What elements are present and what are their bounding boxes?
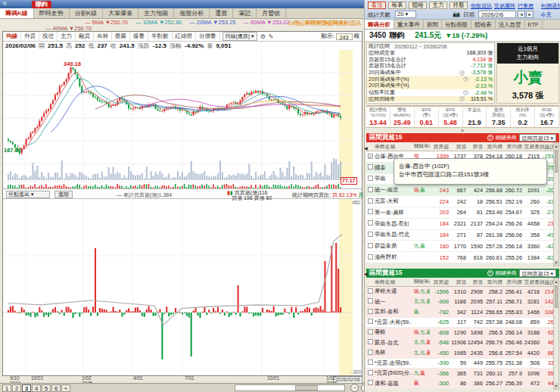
row-checkbox[interactable] xyxy=(368,380,373,385)
table-row[interactable]: 凱基-台北北,先,贏-5481190612454256.79256.462436… xyxy=(366,338,559,349)
table-row[interactable]: 第一金-員林20326461253.46254.67325-273 xyxy=(366,207,559,219)
advanced-button[interactable]: 進階 xyxy=(54,191,73,198)
page-button-6[interactable]: 6 xyxy=(51,384,61,392)
scroll-up-icon[interactable]: ▲ xyxy=(554,278,558,285)
page-button-2[interactable]: 2 xyxy=(12,384,21,392)
broker-net-chart[interactable]: 450 -300 xyxy=(3,199,362,375)
chart-tool-3[interactable]: 主力 xyxy=(58,32,76,41)
chart-tool-0[interactable]: 均線 xyxy=(3,32,21,41)
broker-mark-toggle[interactable]: ⊙標記券商買賣超與異動資訊 xyxy=(288,20,361,27)
table-row[interactable]: 群益金鼎先,贏18017701590257.26256.183360-427 xyxy=(366,241,559,252)
chart-tool-4[interactable]: 融資 xyxy=(76,32,94,41)
panel-tab-0[interactable]: 籌碼分析 xyxy=(365,20,394,29)
panel-button-2[interactable]: 體檢 xyxy=(409,2,427,9)
row-checkbox[interactable] xyxy=(368,339,373,344)
table-row[interactable]: 臺銀隔,先,贏-60812901898256.5256.143188923 xyxy=(366,328,559,338)
table-row[interactable]: *元富(5920)分..先,贏-366365731260.11257.91096… xyxy=(366,369,559,379)
row-checkbox[interactable] xyxy=(368,187,373,192)
row-checkbox[interactable] xyxy=(368,220,373,226)
panel-collapse-handle[interactable]: ◀ xyxy=(364,271,368,276)
chart-hscrollbar[interactable] xyxy=(235,384,345,391)
main-tab-8[interactable]: 月營收 xyxy=(257,8,286,18)
table-row[interactable]: 康和-嘉義贏-30086386256.27256.39472442 xyxy=(366,379,559,390)
chart-tool-10[interactable]: 分價量 xyxy=(196,32,220,41)
row-checkbox[interactable] xyxy=(368,309,373,314)
table-row[interactable]: 富邦-金和贏-7823421124256.65255.8314661084 xyxy=(366,307,559,318)
row-checkbox[interactable] xyxy=(368,350,373,355)
row-checkbox[interactable] xyxy=(368,176,373,181)
panel-link-3[interactable]: 到價通知 xyxy=(541,2,560,10)
panel-link-2[interactable]: 行事曆 xyxy=(518,2,534,10)
table-row[interactable]: 華南永昌-長虹18423212137254.24256.264458231 xyxy=(366,219,559,230)
branch-mode-select[interactable]: 分點進出 ▾ xyxy=(6,191,50,198)
today-link[interactable]: 今天 xyxy=(540,11,552,19)
table-row[interactable]: 統一-南京隔,贏243667424256.88260.721091-203 xyxy=(366,185,559,196)
panel-tab-2[interactable]: 新聞 xyxy=(424,20,442,29)
page-button-3[interactable]: 3 xyxy=(22,384,31,392)
panel-tab-3[interactable]: 分點個股 xyxy=(442,20,471,29)
panel-tab-4[interactable]: 體檢表 xyxy=(471,20,496,29)
chart-tool-8[interactable]: 半對數 xyxy=(148,32,173,41)
main-tab-5[interactable]: 個股分析 xyxy=(174,8,210,18)
sell-filter-select[interactable]: 區間賣超15 ▾ xyxy=(519,269,556,277)
row-checkbox[interactable] xyxy=(368,319,373,324)
main-tab-1[interactable]: 即時走勢 xyxy=(34,8,70,18)
main-tab-7[interactable]: 筆記 xyxy=(233,8,257,18)
chart-tool-1[interactable]: 外資 xyxy=(21,32,39,41)
table-row[interactable]: 元富-大和22424218256.51252.19260-331 xyxy=(366,196,559,207)
zoom-out-button[interactable]: − xyxy=(350,384,359,392)
buy-filter-select[interactable]: 區間買超15 ▾ xyxy=(519,134,556,142)
main-tab-3[interactable]: 大單爆量 xyxy=(103,8,138,18)
chart-tool-9[interactable]: 紅綠燈 xyxy=(173,32,197,41)
scroll-up-icon[interactable]: ▲ xyxy=(554,143,558,149)
chart-tool-2[interactable]: 投信 xyxy=(39,32,58,41)
pencil-icon[interactable]: ✎ xyxy=(269,33,274,40)
display-bars-input[interactable]: 243 xyxy=(336,33,353,40)
panel-button-3[interactable]: 主力 xyxy=(429,2,447,9)
panel-button-1[interactable]: 報表 xyxy=(388,2,406,9)
page-button-5[interactable]: 5 xyxy=(42,384,51,392)
sell-table-scrollbar[interactable]: ▲ ▼ xyxy=(553,278,559,390)
table-row[interactable]: 摩根大通隔,先,贏-159613102906258.2256.414216214… xyxy=(366,287,559,297)
gear-icon[interactable]: ⚙ xyxy=(260,33,266,40)
table-row[interactable]: *元富-忠明(59..-39059449255.75251.38508335 xyxy=(366,359,559,369)
buy-table-scrollbar[interactable]: ▲ ▼ xyxy=(553,142,559,266)
chart-tool-6[interactable]: 疊圖 xyxy=(112,32,130,41)
page-button-1[interactable]: 1 xyxy=(2,384,11,392)
date-input[interactable]: 2026/2/6 xyxy=(478,11,516,18)
row-checkbox[interactable] xyxy=(368,243,373,248)
panel-link-1[interactable]: 交易屬性 xyxy=(494,2,515,10)
panel-collapse-handle[interactable]: ◀ xyxy=(364,145,368,151)
main-tab-2[interactable]: 分割K線 xyxy=(70,8,103,18)
row-checkbox[interactable] xyxy=(368,288,373,294)
row-checkbox[interactable] xyxy=(368,198,373,204)
table-row[interactable]: *元富-大裕(59..-625117742257.38248.08859266 xyxy=(366,318,559,328)
panel-tab-6[interactable]: ETF xyxy=(525,20,543,29)
table-row[interactable]: 統一北,先,贏-90911862095257.11256.7132811420 xyxy=(366,297,559,308)
row-checkbox[interactable] xyxy=(368,359,373,365)
table-row[interactable]: 港商野村152768616260.61255.261384-620 xyxy=(366,252,559,263)
panel-button-4[interactable]: 持股 xyxy=(450,2,468,9)
price-chart[interactable]: 349.18 167.66 xyxy=(3,50,362,182)
row-checkbox[interactable] xyxy=(368,209,373,214)
panel-tab-1[interactable]: 重大事件 xyxy=(394,20,424,29)
panel-button-0[interactable]: 看法 xyxy=(368,2,386,9)
main-tab-4[interactable]: 主力地圖 xyxy=(138,8,174,18)
table-row[interactable]: 美林北,先,贏-45019852435256.8257.544420864 xyxy=(366,348,559,359)
row-checkbox[interactable] xyxy=(368,298,373,303)
row-checkbox[interactable] xyxy=(368,164,373,170)
chart-tool-5[interactable]: 布林 xyxy=(94,32,112,41)
page-button-4[interactable]: 4 xyxy=(32,384,41,392)
stat-days-select[interactable]: 20 ▾ xyxy=(395,11,416,18)
date-next-button[interactable]: ▸ xyxy=(526,11,534,18)
row-checkbox[interactable] xyxy=(368,329,373,334)
scroll-down-icon[interactable]: ▼ xyxy=(554,383,558,389)
scroll-down-icon[interactable]: ▼ xyxy=(554,260,558,266)
date-prev-button[interactable]: ◂ xyxy=(518,11,525,18)
chart-tool-7[interactable]: 爆量 xyxy=(130,32,148,41)
panel-tab-5[interactable]: 法人自營 xyxy=(496,20,525,29)
hscroll-thumb[interactable] xyxy=(295,385,318,390)
search-icon[interactable]: 🔍 xyxy=(2,2,9,8)
row-checkbox[interactable] xyxy=(368,232,373,237)
main-tab-6[interactable]: 選股 xyxy=(210,8,233,18)
